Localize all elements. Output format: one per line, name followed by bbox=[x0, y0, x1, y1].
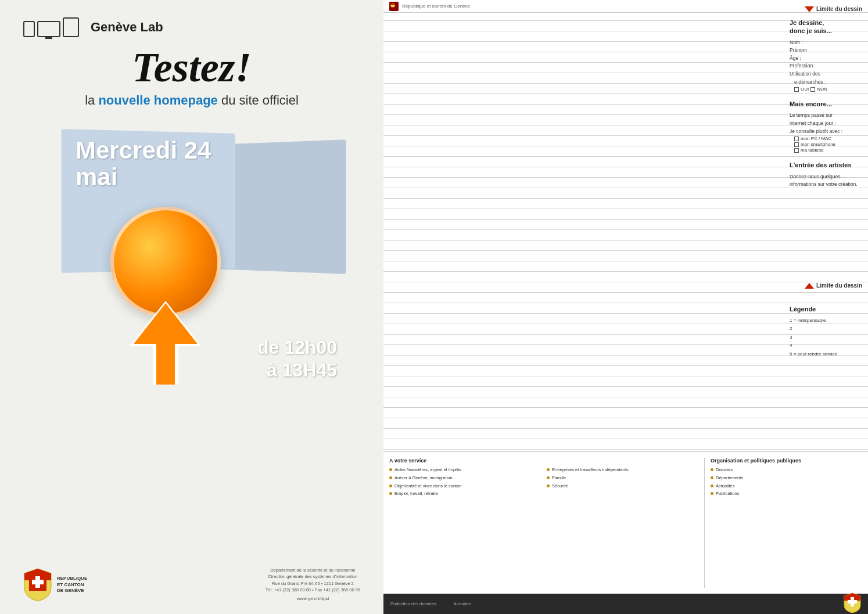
smartphone-label: mon smartphone bbox=[801, 142, 835, 147]
link-text-9: Départements bbox=[716, 475, 743, 481]
section1-title: Je dessine,donc je suis... bbox=[790, 19, 862, 35]
canton-logo-area: REPUBLIQUE ET CANTON DE GENÈVE bbox=[23, 568, 87, 602]
footer-dir: Direction générale des systèmes d'inform… bbox=[266, 573, 360, 580]
smartphone-row: mon smartphone bbox=[794, 142, 862, 147]
link-text-7: Sécurité bbox=[552, 483, 568, 489]
footer-link-2[interactable]: Arriver à Genève, immigration bbox=[389, 475, 541, 481]
doc-header: République et canton de Genève bbox=[383, 0, 868, 13]
header-row: Genève Lab bbox=[23, 17, 163, 37]
footer-link-8[interactable]: Dossiers bbox=[711, 467, 862, 473]
footer-bar-link-2[interactable]: Annuaire bbox=[454, 601, 471, 606]
tablette-checkbox[interactable] bbox=[794, 148, 799, 153]
tablette-label: ma tablette bbox=[801, 148, 824, 153]
footer-bar-link-1[interactable]: Protection des données bbox=[390, 601, 436, 606]
doc-header-text: République et canton de Genève bbox=[402, 3, 470, 9]
legende-2: 2 bbox=[790, 325, 862, 333]
canton-shield bbox=[23, 568, 52, 602]
footer-info: Département de la sécurité et de l'écono… bbox=[266, 567, 360, 602]
footer-link-9[interactable]: Départements bbox=[711, 475, 862, 481]
subtitle-before: la bbox=[85, 93, 98, 107]
footer-tel: Tél. +41 (22) 388 00 00 • Fax +41 (22) 3… bbox=[266, 587, 360, 593]
bullet-icon bbox=[711, 492, 713, 495]
svg-rect-7 bbox=[848, 600, 857, 604]
time-line1: de 12h00 bbox=[257, 336, 337, 358]
non-label: NON bbox=[817, 87, 827, 92]
link-text-4: Emploi, travail, retraite bbox=[394, 491, 438, 497]
oui-label: OUI bbox=[801, 87, 809, 92]
pc-row: mon PC / MAC bbox=[794, 136, 862, 141]
link-text-2: Arriver à Genève, immigration bbox=[394, 475, 453, 481]
date-box: Mercredi 24 mai bbox=[76, 137, 211, 191]
right-panel: République et canton de Genève Limite du… bbox=[383, 0, 868, 614]
oui-non-row: OUI NON bbox=[794, 87, 862, 92]
limite-top: Limite du dessin bbox=[805, 6, 862, 12]
legende-section: Légende 1 = indispensable 2 3 4 5 = peut… bbox=[790, 305, 862, 358]
non-checkbox[interactable] bbox=[810, 87, 815, 92]
footer-main: A votre service Aides financières, argen… bbox=[383, 452, 868, 594]
edemarches-label: e-démarches : bbox=[794, 78, 862, 87]
legende-4: 4 bbox=[790, 342, 862, 350]
bullet-icon bbox=[389, 468, 392, 471]
tablet-icon bbox=[63, 17, 79, 37]
canton-shield-footer bbox=[844, 593, 861, 613]
bullet-icon bbox=[711, 468, 713, 471]
link-text-8: Dossiers bbox=[716, 467, 733, 473]
oui-checkbox[interactable] bbox=[794, 87, 799, 92]
time-box: de 12h00 à 13H45 bbox=[257, 336, 337, 381]
subtitle-after: du site officiel bbox=[218, 93, 299, 107]
footer-link-1[interactable]: Aides financières, argent et impôts bbox=[389, 467, 541, 473]
footer-url: www.ge.ch/dgsi bbox=[266, 595, 360, 602]
document-area: République et canton de Genève Limite du… bbox=[383, 0, 868, 451]
desktop-icon bbox=[37, 21, 60, 37]
footer-col2: - Entreprises et travailleurs indépendan… bbox=[547, 458, 698, 588]
oui-row: OUI NON bbox=[794, 87, 862, 92]
pc-checkbox[interactable] bbox=[794, 137, 799, 141]
link-text-11: Publications bbox=[716, 491, 739, 497]
doc-logo bbox=[389, 2, 399, 11]
internet-label: internet chaque jour : bbox=[790, 120, 862, 128]
right-footer-bar: Protection des données Annuaire bbox=[383, 594, 868, 614]
right-footer: A votre service Aides financières, argen… bbox=[383, 451, 868, 614]
limite-arrow-up-icon bbox=[805, 283, 814, 289]
smartphone-checkbox[interactable] bbox=[794, 142, 799, 147]
link-text-1: Aides financières, argent et impôts bbox=[394, 467, 461, 473]
footer-bar-right bbox=[844, 593, 861, 615]
link-text-5: Entreprises et travailleurs indépendants bbox=[552, 467, 629, 473]
link-text-3: Objet/entité et vivre dans le canton bbox=[394, 483, 462, 489]
nom-label: Nom : bbox=[790, 39, 862, 47]
consulte-label: Je consulte plutôt avec : bbox=[790, 128, 862, 136]
section3-text: Donnez-nous quelques informations sur vo… bbox=[790, 173, 862, 189]
section2-title: Mais encore... bbox=[790, 100, 862, 108]
brand-name: Genève Lab bbox=[91, 20, 163, 35]
canton-line2: ET CANTON bbox=[57, 582, 87, 588]
legende-title: Légende bbox=[790, 305, 862, 313]
limite-top-text: Limite du dessin bbox=[816, 6, 862, 12]
footer-col1: A votre service Aides financières, argen… bbox=[389, 458, 541, 588]
phone-icon bbox=[23, 21, 35, 37]
footer-link-3[interactable]: Objet/entité et vivre dans le canton bbox=[389, 483, 541, 489]
footer-link-10[interactable]: Actualités bbox=[711, 483, 862, 489]
footer-link-7[interactable]: Sécurité bbox=[547, 483, 698, 489]
canton-text: REPUBLIQUE ET CANTON DE GENÈVE bbox=[57, 576, 87, 594]
bullet-icon bbox=[547, 484, 550, 487]
footer-col3-title: Organisation et politiques publiques bbox=[711, 458, 862, 464]
footer-dept: Département de la sécurité et de l'écono… bbox=[266, 567, 360, 573]
footer-divider bbox=[704, 458, 705, 588]
bullet-icon bbox=[547, 476, 550, 479]
footer-link-5[interactable]: Entreprises et travailleurs indépendants bbox=[547, 467, 698, 473]
footer-link-4[interactable]: Emploi, travail, retraite bbox=[389, 491, 541, 497]
bullet-icon bbox=[547, 468, 550, 471]
subtitle-highlight: nouvelle homepage bbox=[98, 93, 217, 107]
bullet-icon bbox=[389, 484, 392, 487]
bullet-icon bbox=[389, 492, 392, 495]
device-icons bbox=[23, 17, 79, 37]
date-line1: Mercredi 24 bbox=[76, 137, 211, 164]
footer-link-11[interactable]: Publications bbox=[711, 491, 862, 497]
left-bottom: REPUBLIQUE ET CANTON DE GENÈVE Départeme… bbox=[23, 561, 360, 602]
limite-bottom-text: Limite du dessin bbox=[816, 282, 862, 289]
bullet-icon bbox=[389, 476, 392, 479]
canton-line1: REPUBLIQUE bbox=[57, 576, 87, 581]
footer-link-6[interactable]: Famille bbox=[547, 475, 698, 481]
canton-line3: DE GENÈVE bbox=[57, 588, 87, 594]
tablette-row: ma tablette bbox=[794, 148, 862, 153]
